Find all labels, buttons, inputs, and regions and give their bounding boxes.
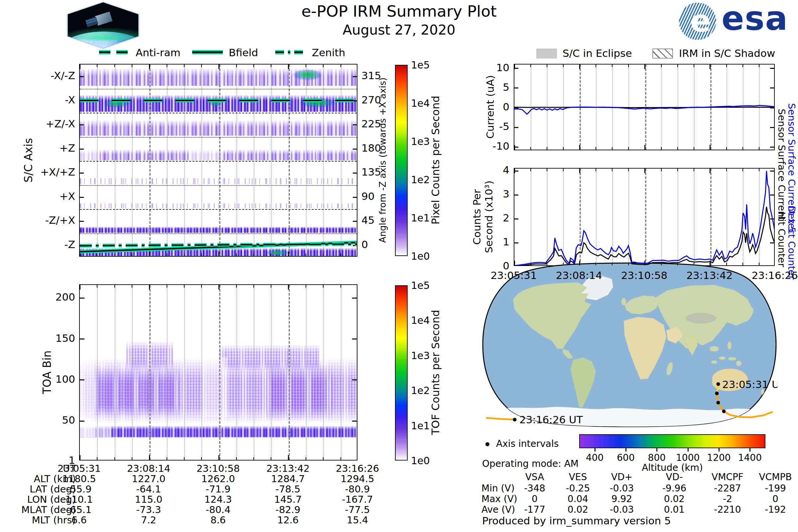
toa-ylabel: TOA Bin	[41, 350, 54, 394]
y-tick	[352, 379, 357, 380]
anti-ram-line-icon	[99, 50, 130, 55]
ephemeris-value: 8.6	[185, 514, 251, 526]
ephemeris-value: 1227.0	[115, 473, 182, 484]
x-tick	[323, 285, 324, 288]
y-tick	[80, 379, 84, 380]
axis-intervals-dot-icon	[486, 442, 490, 446]
voltage-value: -199	[745, 483, 798, 494]
x-tick	[132, 457, 132, 460]
ephemeris-ut-value: 23:05:31	[46, 463, 112, 474]
altitude-colorbar-ticks: 400600800100012001400	[579, 448, 765, 461]
colorbar-tick-label: 1e5	[411, 280, 441, 291]
pixel-counts-colorbar-label: Pixel Counts per Second	[429, 96, 442, 225]
x-tick	[201, 457, 202, 460]
axis-intervals-label: Axis intervals	[496, 438, 558, 449]
voltage-col-header: VCMPB	[745, 472, 798, 482]
esa-globe-icon: e	[679, 3, 716, 40]
angle-tick-label: 270	[361, 94, 391, 106]
ephemeris-ut-value: 23:13:42	[255, 463, 321, 474]
altitude-tick	[625, 448, 626, 452]
legend-bfield: Bfield	[229, 46, 258, 58]
current-ytick-label: 10	[463, 61, 509, 74]
counts-ytick-label: 2	[463, 212, 509, 224]
gridline	[323, 285, 324, 460]
hit-counter-label-wrap: Hit Counter	[776, 170, 786, 309]
sc-spectrogram	[79, 64, 358, 257]
sc-band-label: +X	[19, 190, 75, 202]
gridline	[341, 285, 341, 460]
x-tick	[341, 285, 341, 288]
colorbar-tick-label: 1e4	[411, 97, 441, 109]
axis-interval-dot	[717, 401, 720, 405]
legend-irm-in-shadow: IRM in S/C Shadow	[679, 47, 775, 59]
pixel-counts-colorbar-label-wrap: Pixel Counts per Second	[428, 64, 443, 257]
x-tick	[236, 285, 237, 288]
colorbar-tick-label: 1e0	[411, 455, 441, 467]
current-ytick-label: -5	[463, 120, 509, 132]
x-tick	[167, 457, 167, 460]
toa-ylabel-wrap: TOA Bin	[39, 284, 55, 460]
x-tick	[97, 285, 97, 288]
y-tick	[352, 298, 357, 299]
axis-interval-dot	[717, 382, 720, 386]
hit-counter-label: Hit Counter	[776, 212, 787, 267]
x-tick	[306, 285, 306, 288]
ephemeris-value: -71.9	[185, 483, 251, 495]
toa-tick-label: 50	[19, 414, 75, 426]
toa-tick-label: 100	[19, 373, 75, 385]
esa-wordmark: esa	[722, 2, 788, 35]
altitude-tick	[719, 448, 720, 452]
pixel-counts-colorbar	[395, 65, 407, 256]
eclipse-legend: S/C in Eclipse IRM in S/C Shadow	[532, 46, 785, 59]
x-tick	[323, 457, 324, 460]
angle-tick-label: 315	[361, 70, 391, 81]
orientation-legend: Anti-ram Bfield Zenith	[96, 46, 356, 58]
gridline	[289, 285, 290, 460]
counts-ytick-label: 1	[463, 236, 509, 248]
tof-counts-colorbar-label-wrap: TOF Counts per Second	[428, 284, 443, 460]
orientation-lines-overlay	[80, 64, 358, 257]
sc-band-label: -Z	[19, 239, 75, 250]
voltage-value: -0.03	[592, 504, 652, 515]
x-tick	[167, 285, 167, 288]
legend-sc-in-eclipse: S/C in Eclipse	[563, 47, 632, 59]
angle-tick-label: 135	[361, 166, 391, 178]
ephemeris-value: 1284.7	[255, 473, 321, 484]
counts-chart	[514, 168, 775, 266]
ephemeris-ut-value: 23:16:26	[324, 463, 391, 474]
voltage-value: 0	[745, 493, 798, 505]
track-end-time: 23:16:26 UT	[519, 414, 583, 425]
eclipse-swatch-icon	[536, 49, 557, 58]
colorbar-tick-label: 1e4	[411, 315, 441, 326]
gridline	[97, 285, 98, 460]
altitude-tick	[749, 448, 750, 452]
voltage-value: 9.92	[592, 493, 652, 505]
ephemeris-value: 1262.0	[185, 473, 251, 484]
series-hit-counter	[514, 207, 775, 266]
altitude-colorbar	[579, 434, 765, 448]
x-tick	[149, 455, 150, 460]
sc-band-label: -Z/+X	[19, 214, 75, 226]
angle-tick-label: 45	[361, 214, 391, 226]
axis-interval-dot	[715, 392, 719, 395]
colorbar-tick-label: 1e3	[411, 350, 441, 361]
voltage-col-header: VD-	[644, 472, 704, 482]
ephemeris-value: -80.9	[324, 483, 391, 495]
current-ytick-label: 5	[463, 81, 509, 93]
gridline	[149, 285, 151, 460]
gridline	[132, 285, 133, 460]
axis-interval-dot	[722, 410, 726, 413]
shadow-hatched-swatch-icon	[652, 49, 673, 58]
sc-band-label: +X/+Z	[19, 166, 75, 178]
x-tick	[253, 285, 254, 288]
ephemeris-value: 7.2	[115, 514, 182, 526]
colorbar-tick-label: 1e2	[411, 385, 441, 396]
ephemeris-value: -167.7	[324, 494, 391, 505]
esa-logo: e esa	[679, 2, 795, 41]
x-tick	[271, 285, 271, 288]
ephemeris-value: 15.4	[324, 514, 391, 526]
series-sensor-surface-current	[514, 107, 775, 108]
x-tick	[218, 285, 220, 290]
colorbar-tick-label: 1e1	[411, 212, 441, 224]
x-tick	[253, 457, 254, 460]
